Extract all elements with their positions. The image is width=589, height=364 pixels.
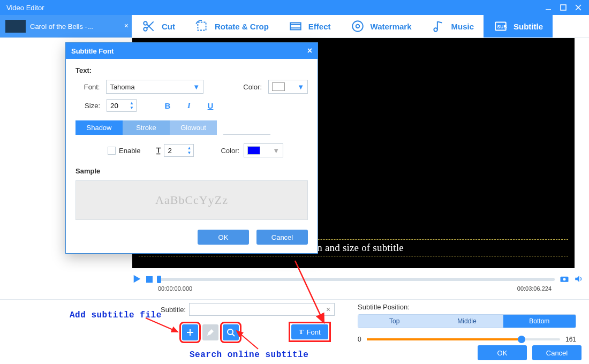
position-slider[interactable] [367,338,560,340]
dialog-ok-button[interactable]: OK [198,230,249,245]
seek-knob[interactable] [157,276,161,283]
dialog-footer: OK Cancel [75,230,308,245]
ok-button[interactable]: OK [478,345,527,360]
subtitle-position-title: Subtitle Position: [358,303,576,311]
cancel-button[interactable]: Cancel [532,345,582,360]
enable-checkbox[interactable]: Enable [108,147,140,155]
close-project-icon[interactable]: × [124,21,129,30]
italic-button[interactable]: I [182,101,197,110]
maximize-button[interactable] [556,0,571,15]
playback-controls [132,272,584,286]
clear-subtitle-icon[interactable]: × [326,305,330,314]
underline-button[interactable]: U [203,101,218,110]
font-value: Tahoma [110,83,134,91]
play-button[interactable] [132,274,142,285]
position-top[interactable]: Top [358,315,431,328]
main-toolbar: Cut Rotate & Crop Effect Watermark Music… [132,15,589,37]
chevron-down-icon: ▼ [273,147,280,155]
close-window-button[interactable] [571,0,586,15]
svg-point-25 [228,329,233,335]
slider-min: 0 [358,336,361,343]
size-label: Size: [75,102,100,110]
svg-point-12 [352,21,363,32]
annotation-search: Search online subtitle [190,350,308,360]
tool-subtitle[interactable]: SUB Subtitle [484,15,553,37]
bold-button[interactable]: B [160,101,175,110]
subtitle-input-row: Subtitle: × [161,303,330,316]
svg-rect-9 [290,23,301,30]
tab-stroke[interactable]: Stroke [123,120,170,135]
search-subtitle-button[interactable] [223,324,239,340]
watermark-icon [350,19,365,34]
tab-shadow[interactable]: Shadow [75,120,123,135]
footer-buttons: OK Cancel [478,345,582,360]
font-button[interactable]: T Font [291,324,328,339]
svg-line-28 [237,331,258,349]
dialog-cancel-button[interactable]: Cancel [256,230,308,245]
shadow-color-combo[interactable]: ▼ [244,143,283,157]
time-total: 00:03:06.224 [517,285,552,292]
position-bottom[interactable]: Bottom [503,315,576,328]
tool-effect[interactable]: Effect [278,15,341,37]
checkbox-icon [108,147,116,155]
svg-line-26 [232,334,235,336]
spinner-arrows-icon[interactable]: ▲▼ [185,145,193,156]
sample-label: Sample [75,167,308,175]
project-tab[interactable]: Carol of the Bells -... × [0,15,132,37]
svg-rect-1 [561,5,566,10]
minimize-button[interactable] [541,0,556,15]
volume-button[interactable] [574,274,584,285]
slider-knob[interactable] [518,336,525,343]
tool-cut[interactable]: Cut [132,15,185,37]
shadow-color-swatch [247,146,260,155]
position-slider-row: 0 161 [358,336,576,343]
edit-subtitle-button [202,324,218,340]
tabs-separator [223,127,270,135]
bottom-panel: Subtitle: × T Font Subtitle Position: [0,299,589,364]
stop-button[interactable] [146,276,153,283]
thickness-spinner[interactable]: ▲▼ [164,144,194,157]
position-segmented: Top Middle Bottom [358,314,576,328]
effect-icon [288,19,303,34]
project-name: Carol of the Bells -... [30,22,93,31]
tab-glowout[interactable]: Glowout [170,120,217,135]
time-labels: 00:00:00.000 00:03:06.224 [158,285,552,292]
enable-label: Enable [119,147,140,155]
app-title: Video Editor [3,4,541,12]
dialog-title: Subtitle Font [71,47,114,55]
tool-rotate-crop[interactable]: Rotate & Crop [185,15,278,37]
svg-rect-8 [198,22,206,30]
font-button-wrap: T Font [291,324,328,339]
svg-marker-22 [575,276,579,282]
pencil-icon [206,328,215,337]
dialog-close-icon[interactable]: × [307,46,312,56]
rotate-crop-icon [194,19,209,34]
position-middle[interactable]: Middle [431,315,503,328]
svg-marker-19 [134,275,141,282]
tool-watermark[interactable]: Watermark [341,15,421,37]
thickness-icon: T̲ [156,146,161,155]
text-color-combo[interactable]: ▼ [268,80,308,94]
snapshot-button[interactable] [559,274,570,286]
subtitle-font-dialog: Subtitle Font × Text: Font: Tahoma ▼ Col… [65,42,318,254]
subtitle-input[interactable] [189,303,335,316]
svg-point-13 [356,25,359,28]
scissors-icon [141,19,156,34]
plus-icon [186,328,194,337]
spinner-arrows-icon[interactable]: ▲▼ [128,100,135,111]
font-label: Font: [75,83,100,91]
text-section-label: Text: [75,66,308,74]
chevron-down-icon: ▼ [193,83,200,91]
title-bar: Video Editor [0,0,589,15]
dialog-titlebar: Subtitle Font × [66,43,318,59]
music-icon [431,19,446,34]
toolbar-row: Carol of the Bells -... × Cut Rotate & C… [0,15,589,38]
seek-track[interactable] [157,278,555,281]
shadow-color-label: Color: [221,147,239,155]
size-spinner[interactable]: ▲▼ [107,99,137,112]
tool-music[interactable]: Music [421,15,484,37]
add-subtitle-button[interactable] [182,324,198,340]
chevron-down-icon: ▼ [297,83,304,91]
font-combo[interactable]: Tahoma ▼ [106,80,203,94]
text-color-label: Color: [238,83,262,91]
